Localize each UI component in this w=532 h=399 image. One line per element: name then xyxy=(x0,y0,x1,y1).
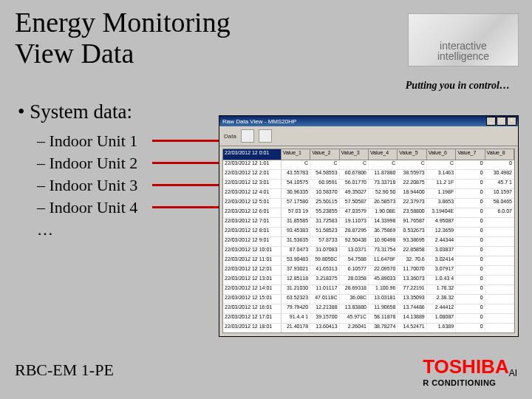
row-value: 0 xyxy=(456,324,485,332)
table-row[interactable]: 22/03/2012 12 17:0191.4.4 139.1570045.97… xyxy=(223,314,514,324)
row-value: 63.52323 xyxy=(282,295,310,304)
grid-column-header[interactable]: Value_8 xyxy=(485,149,514,160)
table-row[interactable]: 22/03/2012 12 3:0154.1057560.959156.0177… xyxy=(223,180,514,189)
row-value: 28.69318 xyxy=(340,285,369,294)
row-value: 14.52471 xyxy=(398,324,426,332)
row-value: 54.10575 xyxy=(282,180,310,188)
row-value: 0 xyxy=(456,285,485,294)
table-row[interactable]: 22/03/2012 12 6:0157.03 1955.2385547.035… xyxy=(223,208,514,218)
row-value: 51.58523 xyxy=(310,228,339,236)
grid-column-header[interactable]: 22/03/2012 12 0:01 xyxy=(223,149,282,160)
table-row[interactable]: 22/03/2012 12 11:0153.9048359.8050C54.75… xyxy=(223,256,514,266)
sub-bullet-list: Indoor Unit 1 Indoor Unit 2 Indoor Unit … xyxy=(37,130,137,241)
row-value: C xyxy=(340,160,369,169)
data-grid[interactable]: 22/03/2012 12 0:01Value_1Value_2Value_3V… xyxy=(222,149,515,333)
raw-data-window: Raw Data View - MMS20HP _ □ × Data 22/03… xyxy=(219,115,519,337)
row-value: 13.35093 xyxy=(398,295,426,304)
table-row[interactable]: 22/03/2012 12 13:0112.851183.21837528.03… xyxy=(223,276,514,285)
row-value: 0 xyxy=(456,256,485,265)
row-value: 4.95087 xyxy=(427,218,456,227)
row-value: 1.0.43 4 xyxy=(427,276,456,284)
row-value: 39.15700 xyxy=(310,314,339,323)
row-value: 11.6476F xyxy=(369,256,398,265)
row-value: 0 xyxy=(456,199,485,208)
row-value: 37.93021 xyxy=(282,266,310,275)
main-bullet: • System data: xyxy=(18,100,132,123)
row-value xyxy=(485,304,514,313)
row-timestamp: 22/03/2012 12 8:01 xyxy=(223,228,282,236)
row-value: 23.58800 xyxy=(398,208,426,217)
row-value: 30.96335 xyxy=(282,189,310,198)
table-row[interactable]: 22/03/2012 12 9:0131.5363557.873392.5043… xyxy=(223,237,514,247)
brand-subtitle: R CONDITIONING xyxy=(423,378,517,387)
row-timestamp: 22/03/2012 12 16:01 xyxy=(223,304,282,313)
row-value: 52.90 50 xyxy=(369,189,398,198)
row-value: 1.6389 xyxy=(427,324,456,332)
row-value: 31.53635 xyxy=(282,237,310,246)
row-value: 43.55783 xyxy=(282,170,310,179)
grid-column-header[interactable]: Value_1 xyxy=(282,149,310,160)
row-timestamp: 22/03/2012 12 18:01 xyxy=(223,324,282,332)
row-value xyxy=(485,218,514,227)
table-row[interactable]: 22/03/2012 12 12:0137.9302141.653136.105… xyxy=(223,266,514,276)
table-row[interactable]: 22/03/2012 12 14:0131.2103011.0111728.69… xyxy=(223,285,514,295)
row-value: 11.01117 xyxy=(310,285,339,294)
row-value: 58.0465 xyxy=(485,199,514,208)
row-value: 45.971C xyxy=(340,314,369,323)
row-value: 18.94400 xyxy=(398,189,426,198)
row-value: 22.09570 xyxy=(369,266,398,275)
row-timestamp: 22/03/2012 12 15:01 xyxy=(223,295,282,304)
table-row[interactable]: 22/03/2012 12 1:01CCCCCC00 xyxy=(223,160,514,170)
row-value: 3.02414 xyxy=(427,256,456,265)
row-value: 28.87295 xyxy=(340,228,369,236)
grid-column-header[interactable]: Value_6 xyxy=(427,149,456,160)
row-value: 57.8733 xyxy=(310,237,339,246)
row-timestamp: 22/03/2012 12 10:01 xyxy=(223,247,282,256)
row-value xyxy=(485,266,514,275)
grid-column-header[interactable]: Value_4 xyxy=(369,149,398,160)
row-value: 6.0.07 xyxy=(485,208,514,217)
row-value: 49.35027 xyxy=(340,189,369,198)
table-row[interactable]: 22/03/2012 12 18:0121.4017813.604132.260… xyxy=(223,324,514,333)
row-value: 3.03837 xyxy=(427,247,456,256)
export-icon[interactable] xyxy=(241,129,254,143)
table-row[interactable]: 22/03/2012 12 7:0131.8558531.7258319.110… xyxy=(223,218,514,228)
table-row[interactable]: 22/03/2012 12 15:0163.5232347.0118C36.08… xyxy=(223,295,514,304)
close-button[interactable]: × xyxy=(507,117,516,126)
row-value: 32. 70.6 xyxy=(398,256,426,265)
row-value: 13.60413 xyxy=(310,324,339,332)
row-value: 31.07083 xyxy=(310,247,339,256)
table-row[interactable]: 22/03/2012 12 4:0130.9633510.5837049.350… xyxy=(223,189,514,199)
sub-item-2: Indoor Unit 2 xyxy=(37,152,137,174)
row-value: 3.8653 xyxy=(427,199,456,208)
row-value: 59.8050C xyxy=(310,256,339,265)
row-value xyxy=(485,237,514,246)
grid-column-header[interactable]: Value_2 xyxy=(310,149,339,160)
title-line-1: Energy Monitoring xyxy=(15,7,231,38)
chart-icon[interactable] xyxy=(259,129,272,143)
grid-column-header[interactable]: Value_3 xyxy=(340,149,369,160)
row-value: 0 xyxy=(456,170,485,179)
table-row[interactable]: 22/03/2012 12 8:0193.4538351.5852328.872… xyxy=(223,228,514,237)
table-row[interactable]: 22/03/2012 12 2:0143.5578354.5855360.678… xyxy=(223,170,514,180)
row-timestamp: 22/03/2012 12 1:01 xyxy=(223,160,282,169)
window-title: Raw Data View - MMS20HP xyxy=(222,118,296,125)
window-titlebar[interactable]: Raw Data View - MMS20HP _ □ × xyxy=(219,116,518,126)
row-value: C xyxy=(310,160,339,169)
table-row[interactable]: 22/03/2012 12 5:0157.1758025.5011557.505… xyxy=(223,199,514,208)
row-value: 93.38695 xyxy=(398,237,426,246)
table-row[interactable]: 22/03/2012 12 16:0179.7942012.2138813.83… xyxy=(223,304,514,314)
grid-column-header[interactable]: Value_5 xyxy=(398,149,426,160)
table-row[interactable]: 22/03/2012 12 10:0187.047331.0708313.037… xyxy=(223,247,514,256)
grid-column-header[interactable]: Value_7 xyxy=(456,149,485,160)
row-value: 0 xyxy=(456,266,485,275)
maximize-button[interactable]: □ xyxy=(497,117,506,126)
row-value: 73.33718 xyxy=(369,180,398,188)
row-timestamp: 22/03/2012 12 3:01 xyxy=(223,180,282,188)
row-value: 3.07917 xyxy=(427,266,456,275)
row-value xyxy=(485,276,514,284)
row-value: 0 xyxy=(456,314,485,323)
row-value: 0 xyxy=(456,304,485,313)
minimize-button[interactable]: _ xyxy=(486,117,496,126)
row-value: 58.11878 xyxy=(369,314,398,323)
